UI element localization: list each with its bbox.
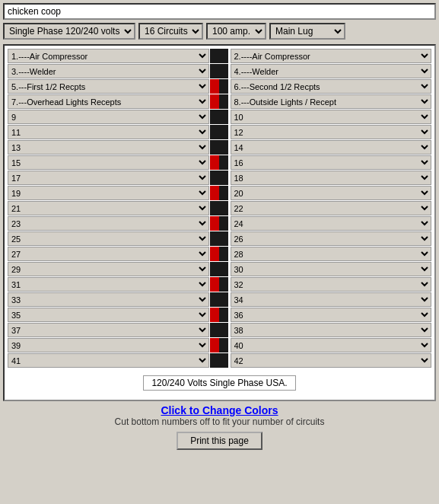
right-circuit-select[interactable]: 22 <box>231 201 432 215</box>
left-circuit-select[interactable]: 13 <box>8 140 209 155</box>
right-circuit-select[interactable]: 42 <box>231 353 432 368</box>
right-circuit-select[interactable]: 36 <box>231 308 432 322</box>
panel-container: 1.----Air Compressor2.----Air Compressor… <box>3 44 436 401</box>
breaker-left <box>210 64 219 78</box>
breaker-left <box>210 231 219 246</box>
right-circuit-select[interactable]: 2.----Air Compressor <box>231 49 432 63</box>
panel-row: 2930 <box>8 262 431 276</box>
breaker-left <box>210 155 219 170</box>
breaker-right <box>219 64 228 78</box>
breaker-pair <box>210 353 230 368</box>
lug-select[interactable]: Main Lug Main Breaker <box>269 23 345 40</box>
right-circuit-select[interactable]: 16 <box>231 155 432 170</box>
breaker-pair <box>210 94 230 109</box>
breaker-right <box>219 125 228 139</box>
panel-row: 2728 <box>8 247 431 261</box>
breaker-pair <box>210 231 230 246</box>
breaker-left <box>210 125 219 139</box>
breaker-pair <box>210 201 230 215</box>
panel-row: 1314 <box>8 140 431 155</box>
right-circuit-select[interactable]: 8.---Outside Lights / Recept <box>231 94 432 109</box>
breaker-right <box>219 338 228 352</box>
controls-row: Single Phase 120/240 volts Three Phase 1… <box>3 23 436 40</box>
left-circuit-select[interactable]: 35 <box>8 308 209 322</box>
left-circuit-select[interactable]: 31 <box>8 277 209 292</box>
breaker-left <box>210 323 219 337</box>
left-circuit-select[interactable]: 5.---First 1/2 Recpts <box>8 79 209 94</box>
title-input[interactable] <box>3 3 436 20</box>
breaker-right <box>219 94 228 109</box>
left-circuit-select[interactable]: 29 <box>8 262 209 276</box>
breaker-pair <box>210 64 230 78</box>
breaker-left <box>210 110 219 124</box>
amps-select[interactable]: 100 amp. 150 amp. 200 amp. <box>206 23 266 40</box>
panel-row: 7.---Overhead Lights Recepts8.---Outside… <box>8 94 431 109</box>
right-circuit-select[interactable]: 14 <box>231 140 432 155</box>
breaker-right <box>219 171 228 185</box>
breaker-right <box>219 353 228 368</box>
right-circuit-select[interactable]: 6.---Second 1/2 Recpts <box>231 79 432 94</box>
breaker-left <box>210 201 219 215</box>
right-circuit-select[interactable]: 38 <box>231 323 432 337</box>
circuits-select[interactable]: 16 Circuits 20 Circuits 24 Circuits 30 C… <box>138 23 203 40</box>
bottom-label: 120/240 Volts Single Phase USA. <box>143 375 295 391</box>
left-circuit-select[interactable]: 41 <box>8 353 209 368</box>
panel-row: 5.---First 1/2 Recpts6.---Second 1/2 Rec… <box>8 79 431 94</box>
breaker-right <box>219 201 228 215</box>
left-circuit-select[interactable]: 21 <box>8 201 209 215</box>
left-circuit-select[interactable]: 9 <box>8 110 209 124</box>
left-circuit-select[interactable]: 27 <box>8 247 209 261</box>
breaker-pair <box>210 49 230 63</box>
left-circuit-select[interactable]: 37 <box>8 323 209 337</box>
right-circuit-select[interactable]: 34 <box>231 292 432 307</box>
circuit-rows: 1.----Air Compressor2.----Air Compressor… <box>8 49 431 368</box>
left-circuit-select[interactable]: 15 <box>8 155 209 170</box>
breaker-right <box>219 155 228 170</box>
left-circuit-select[interactable]: 11 <box>8 125 209 139</box>
breaker-left <box>210 79 219 94</box>
left-circuit-select[interactable]: 19 <box>8 186 209 200</box>
panel-row: 4142 <box>8 353 431 368</box>
right-circuit-select[interactable]: 4.----Welder <box>231 64 432 78</box>
print-button[interactable]: Print this page <box>177 432 262 450</box>
right-circuit-select[interactable]: 40 <box>231 338 432 352</box>
left-circuit-select[interactable]: 3.----Welder <box>8 64 209 78</box>
panel-row: 2122 <box>8 201 431 215</box>
right-circuit-select[interactable]: 30 <box>231 262 432 276</box>
left-circuit-select[interactable]: 39 <box>8 338 209 352</box>
left-circuit-select[interactable]: 33 <box>8 292 209 307</box>
panel-row: 1516 <box>8 155 431 170</box>
breaker-right <box>219 79 228 94</box>
breaker-left <box>210 353 219 368</box>
left-circuit-select[interactable]: 23 <box>8 216 209 231</box>
breaker-left <box>210 186 219 200</box>
title-row <box>3 3 436 20</box>
right-circuit-select[interactable]: 26 <box>231 231 432 246</box>
breaker-pair <box>210 110 230 124</box>
right-circuit-select[interactable]: 10 <box>231 110 432 124</box>
panel-row: 2324 <box>8 216 431 231</box>
bottom-label-wrap: 120/240 Volts Single Phase USA. <box>8 371 431 394</box>
right-circuit-select[interactable]: 18 <box>231 171 432 185</box>
breaker-pair <box>210 262 230 276</box>
panel-row: 3738 <box>8 323 431 337</box>
left-circuit-select[interactable]: 7.---Overhead Lights Recepts <box>8 94 209 109</box>
footer: Click to Change Colors Cut bottom number… <box>3 404 436 450</box>
breaker-left <box>210 171 219 185</box>
right-circuit-select[interactable]: 12 <box>231 125 432 139</box>
panel-row: 910 <box>8 110 431 124</box>
left-circuit-select[interactable]: 25 <box>8 231 209 246</box>
right-circuit-select[interactable]: 28 <box>231 247 432 261</box>
breaker-pair <box>210 79 230 94</box>
phase-select[interactable]: Single Phase 120/240 volts Three Phase <box>3 23 135 40</box>
right-circuit-select[interactable]: 32 <box>231 277 432 292</box>
panel-row: 1112 <box>8 125 431 139</box>
right-circuit-select[interactable]: 20 <box>231 186 432 200</box>
breaker-left <box>210 216 219 231</box>
breaker-pair <box>210 308 230 322</box>
left-circuit-select[interactable]: 1.----Air Compressor <box>8 49 209 63</box>
breaker-pair <box>210 140 230 155</box>
left-circuit-select[interactable]: 17 <box>8 171 209 185</box>
right-circuit-select[interactable]: 24 <box>231 216 432 231</box>
change-colors-link[interactable]: Click to Change Colors <box>161 404 278 416</box>
